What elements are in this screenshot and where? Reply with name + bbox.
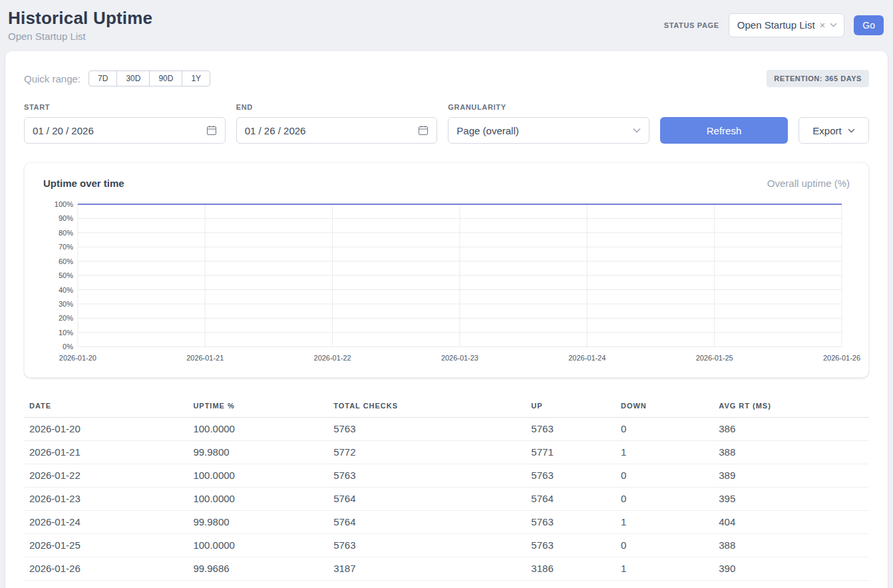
export-button[interactable]: Export <box>799 117 869 144</box>
svg-text:30%: 30% <box>59 300 73 308</box>
table-cell: 5764 <box>526 488 616 511</box>
table-row: 2026-01-2699.9686318731861390 <box>24 557 869 581</box>
status-page-select[interactable]: Open Startup List × <box>729 13 845 37</box>
granularity-select[interactable]: Page (overall) <box>448 117 649 144</box>
granularity-selected-value: Page (overall) <box>456 125 518 136</box>
table-cell: 2026-01-22 <box>24 464 188 488</box>
table-cell: 1 <box>616 441 713 464</box>
go-button[interactable]: Go <box>854 15 884 35</box>
table-cell: 5763 <box>526 464 616 488</box>
page-title: Historical Uptime <box>8 8 152 29</box>
table-body: 2026-01-20100.00005763576303862026-01-21… <box>24 418 869 581</box>
end-date-input[interactable]: 01 / 26 / 2026 <box>236 117 438 144</box>
chevron-down-icon <box>633 128 641 133</box>
chevron-down-icon <box>830 23 837 27</box>
svg-text:2026-01-21: 2026-01-21 <box>186 354 224 362</box>
export-button-label: Export <box>812 125 841 136</box>
svg-text:100%: 100% <box>55 200 73 208</box>
quick-range-label: Quick range: <box>24 73 81 84</box>
table-cell: 5763 <box>526 534 616 557</box>
column-header: AVG RT (MS) <box>713 395 869 418</box>
table-cell: 389 <box>713 464 869 488</box>
table-cell: 0 <box>616 488 713 511</box>
svg-text:10%: 10% <box>59 329 73 337</box>
table-cell: 0 <box>616 418 713 441</box>
svg-text:50%: 50% <box>59 271 73 279</box>
start-date-input[interactable]: 01 / 20 / 2026 <box>24 117 226 144</box>
svg-text:2026-01-22: 2026-01-22 <box>314 354 351 362</box>
quick-range-90d[interactable]: 90D <box>149 71 182 86</box>
svg-text:2026-01-24: 2026-01-24 <box>568 354 606 362</box>
table-cell: 2026-01-26 <box>24 557 188 581</box>
table-cell: 2026-01-24 <box>24 511 188 534</box>
svg-text:40%: 40% <box>59 286 73 294</box>
start-date-field: START 01 / 20 / 2026 <box>24 103 226 144</box>
calendar-icon[interactable] <box>206 125 217 136</box>
table-cell: 1 <box>616 557 713 581</box>
granularity-field: GRANULARITY Page (overall) <box>448 103 649 144</box>
table-cell: 5764 <box>328 511 526 534</box>
table-cell: 99.9800 <box>188 441 328 464</box>
table-cell: 99.9800 <box>188 511 328 534</box>
table-cell: 395 <box>713 488 869 511</box>
quick-range-1y[interactable]: 1Y <box>182 71 210 86</box>
table-row: 2026-01-20100.0000576357630386 <box>24 418 869 441</box>
refresh-button[interactable]: Refresh <box>660 117 788 144</box>
page-subtitle: Open Startup List <box>8 31 152 42</box>
table-cell: 0 <box>616 464 713 488</box>
table-cell: 3186 <box>526 557 616 581</box>
svg-text:2026-01-26: 2026-01-26 <box>823 354 860 362</box>
column-header: DATE <box>24 395 188 418</box>
chart-header: Uptime over time Overall uptime (%) <box>43 178 850 189</box>
uptime-table: DATEUPTIME %TOTAL CHECKSUPDOWNAVG RT (MS… <box>24 395 869 581</box>
svg-text:0%: 0% <box>63 343 73 351</box>
svg-text:2026-01-23: 2026-01-23 <box>441 354 478 362</box>
table-row: 2026-01-23100.0000576457640395 <box>24 488 869 511</box>
table-cell: 5763 <box>328 534 526 557</box>
title-block: Historical Uptime Open Startup List <box>8 8 152 42</box>
table-cell: 2026-01-23 <box>24 488 188 511</box>
table-cell: 5763 <box>328 464 526 488</box>
table-cell: 5763 <box>526 418 616 441</box>
table-cell: 5772 <box>328 441 526 464</box>
uptime-line-chart: 0%10%20%30%40%50%60%70%80%90%100%2026-01… <box>43 200 850 367</box>
table-cell: 2026-01-25 <box>24 534 188 557</box>
table-cell: 100.0000 <box>188 488 328 511</box>
svg-text:20%: 20% <box>59 314 73 322</box>
column-header: DOWN <box>616 395 713 418</box>
table-row: 2026-01-2499.9800576457631404 <box>24 511 869 534</box>
svg-text:90%: 90% <box>59 214 73 222</box>
end-date-field: END 01 / 26 / 2026 <box>236 103 438 144</box>
quick-range-group: 7D30D90D1Y <box>89 71 210 86</box>
table-cell: 5763 <box>328 418 526 441</box>
table-cell: 100.0000 <box>188 464 328 488</box>
column-header: UP <box>526 395 616 418</box>
svg-text:80%: 80% <box>59 229 73 237</box>
column-header: UPTIME % <box>188 395 328 418</box>
start-date-value: 01 / 20 / 2026 <box>33 125 94 136</box>
status-page-selected-value: Open Startup List <box>737 19 815 31</box>
granularity-label: GRANULARITY <box>448 103 649 111</box>
quick-range-30d[interactable]: 30D <box>116 71 150 86</box>
calendar-icon[interactable] <box>418 125 429 136</box>
top-bar-controls: STATUS PAGE Open Startup List × Go <box>664 13 884 37</box>
quick-range-7d[interactable]: 7D <box>89 71 117 86</box>
table-cell: 100.0000 <box>188 418 328 441</box>
table-header-row: DATEUPTIME %TOTAL CHECKSUPDOWNAVG RT (MS… <box>24 395 869 418</box>
clear-selection-icon[interactable]: × <box>820 20 826 30</box>
filters-row: START 01 / 20 / 2026 END 01 / 26 / 2026 … <box>24 103 869 144</box>
svg-text:2026-01-25: 2026-01-25 <box>696 354 733 362</box>
chart-title: Uptime over time <box>43 178 124 189</box>
table-cell: 0 <box>616 534 713 557</box>
chevron-down-icon <box>848 128 855 133</box>
end-date-label: END <box>236 103 438 111</box>
table-cell: 388 <box>713 441 869 464</box>
status-page-label: STATUS PAGE <box>664 21 719 29</box>
top-bar: Historical Uptime Open Startup List STAT… <box>0 0 893 51</box>
svg-text:60%: 60% <box>59 257 73 265</box>
table-cell: 386 <box>713 418 869 441</box>
table-cell: 2026-01-21 <box>24 441 188 464</box>
end-date-value: 01 / 26 / 2026 <box>245 125 306 136</box>
table-cell: 100.0000 <box>188 534 328 557</box>
table-cell: 2026-01-20 <box>24 418 188 441</box>
